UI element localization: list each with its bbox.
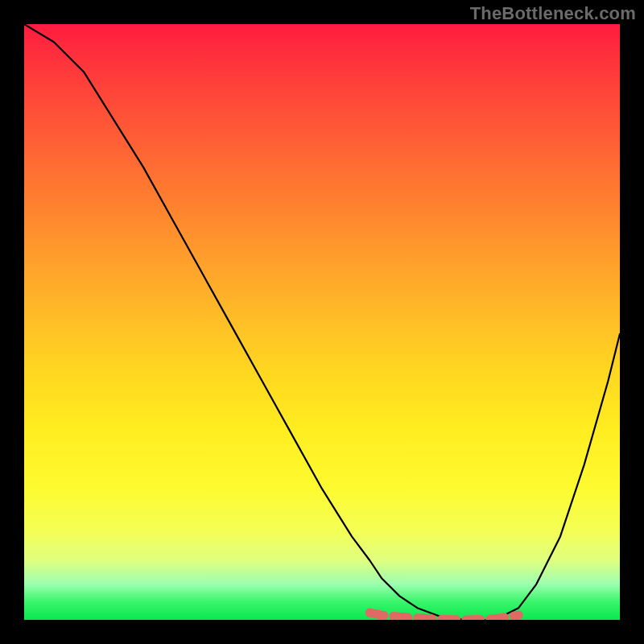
watermark-text: TheBottleneck.com (470, 3, 636, 24)
highlight-segment (369, 613, 518, 620)
plot-area (24, 24, 620, 620)
curve-layer (24, 24, 620, 620)
main-curve (24, 24, 620, 620)
chart-frame: TheBottleneck.com (0, 0, 644, 644)
